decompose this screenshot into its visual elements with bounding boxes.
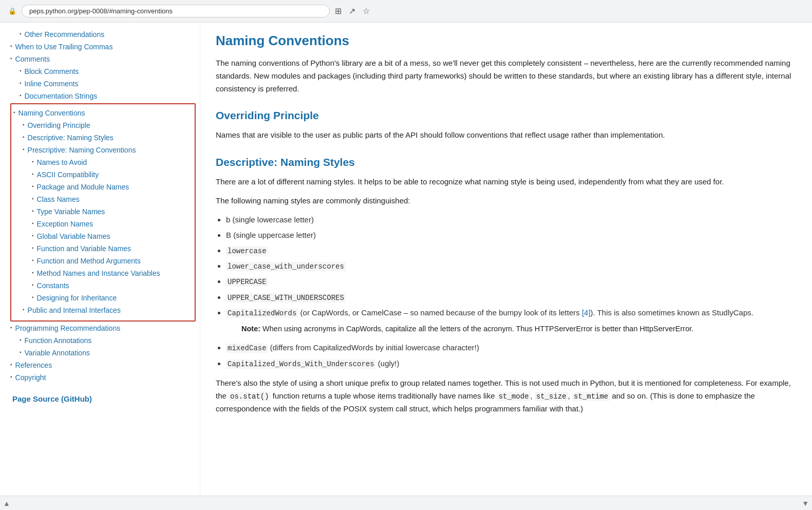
list-item: Names to Avoid (13, 157, 191, 168)
list-item: Type Variable Names (13, 206, 191, 217)
code-mixedcase: mixedCase (226, 344, 268, 353)
list-item-mixedcase: mixedCase (differs from CapitalizedWords… (226, 342, 791, 354)
main-layout: Other Recommendations When to Use Traili… (0, 23, 812, 496)
code-capwords-underscore: Capitalized_Words_With_Underscores (226, 360, 376, 369)
sidebar-link-programming-recommendations[interactable]: Programming Recommendations (15, 323, 121, 334)
sidebar-link-exception-names[interactable]: Exception Names (37, 219, 93, 230)
list-item: Exception Names (13, 219, 191, 230)
list-item-uppercase: UPPERCASE (226, 275, 791, 288)
code-uppercase: UPPERCASE (226, 277, 268, 287)
lock-icon: 🔒 (8, 7, 16, 15)
sidebar-link-function-variable-names[interactable]: Function and Variable Names (37, 243, 131, 254)
sidebar-link-variable-annotations[interactable]: Variable Annotations (25, 348, 90, 358)
list-item: References (10, 360, 200, 371)
url-bar[interactable]: peps.python.org/pep-0008/#naming-convent… (22, 5, 330, 17)
list-item: Comments (10, 54, 200, 65)
list-item: Public and Internal Interfaces (13, 305, 191, 316)
code-os-stat: os.stat() (229, 392, 271, 401)
list-item-upper-underscore: UPPER_CASE_WITH_UNDERSCORES (226, 291, 791, 304)
bottom-arrows-bar: ▲ ▼ (0, 496, 812, 510)
list-item: Method Names and Instance Variables (13, 268, 191, 279)
code-lowercase: lowercase (226, 247, 268, 256)
list-item: Global Variable Names (13, 231, 191, 242)
sidebar-link-naming-conventions[interactable]: Naming Conventions (18, 108, 85, 119)
sidebar-link-trailing-commas[interactable]: When to Use Trailing Commas (15, 42, 113, 52)
list-item: Function and Variable Names (13, 243, 191, 254)
sidebar-link-other-recommendations[interactable]: Other Recommendations (25, 29, 105, 40)
sidebar-link-overriding-principle[interactable]: Overriding Principle (28, 120, 90, 131)
main-heading: Naming Conventions (216, 33, 791, 49)
translate-icon[interactable]: ⊞ (335, 6, 342, 16)
browser-toolbar: ⊞ ↗ ☆ (335, 6, 370, 16)
sidebar-highlight-section: Naming Conventions Overriding Principle … (10, 103, 196, 322)
code-st-size: st_size (535, 392, 568, 401)
sidebar-link-descriptive-naming[interactable]: Descriptive: Naming Styles (28, 133, 114, 143)
sidebar-link-class-names[interactable]: Class Names (37, 194, 80, 205)
list-item: Programming Recommendations (10, 323, 200, 334)
sidebar-naming-conventions-item: Naming Conventions (13, 108, 191, 119)
list-item: Class Names (13, 194, 191, 205)
content-area: Naming Conventions The naming convention… (200, 23, 812, 496)
scroll-up-arrow[interactable]: ▲ (3, 499, 10, 507)
list-item: Block Comments (10, 66, 200, 77)
list-item-b-lower: b (single lowercase letter) (226, 214, 791, 226)
list-item: ASCII Compatibility (13, 169, 191, 180)
list-item-capwords: CapitalizedWords (or CapWords, or CamelC… (226, 307, 791, 335)
list-item: When to Use Trailing Commas (10, 42, 200, 52)
list-item: Package and Module Names (13, 182, 191, 193)
list-item: Function and Method Arguments (13, 256, 191, 267)
list-item-b-upper: B (single uppercase letter) (226, 229, 791, 241)
descriptive-naming-heading: Descriptive: Naming Styles (216, 156, 791, 168)
list-item: Copyright (10, 372, 200, 383)
sidebar-link-method-names-instance-vars[interactable]: Method Names and Instance Variables (37, 268, 160, 279)
sidebar-link-copyright[interactable]: Copyright (15, 372, 46, 383)
list-item: Prescriptive: Naming Conventions (13, 145, 191, 156)
trailing-text: There's also the style of using a short … (216, 377, 791, 415)
sidebar-link-function-annotations[interactable]: Function Annotations (25, 335, 92, 346)
list-item: Constants (13, 280, 191, 291)
list-item-lower-underscore: lower_case_with_underscores (226, 260, 791, 272)
capwords-note: Note: When using acronyms in CapWords, c… (241, 323, 791, 335)
list-item: Function Annotations (10, 335, 200, 346)
descriptive-naming-para2: The following naming styles are commonly… (216, 195, 791, 207)
intro-paragraph: The naming conventions of Python's libra… (216, 57, 791, 95)
sidebar-link-constants[interactable]: Constants (37, 280, 69, 291)
sidebar-link-global-variable-names[interactable]: Global Variable Names (37, 231, 110, 242)
sidebar-link-function-method-args[interactable]: Function and Method Arguments (37, 256, 141, 267)
code-lower-underscore: lower_case_with_underscores (226, 262, 346, 271)
list-item: Overriding Principle (13, 120, 191, 131)
sidebar-link-ascii-compat[interactable]: ASCII Compatibility (37, 169, 99, 180)
note-text: Note: When using acronyms in CapWords, c… (241, 323, 791, 335)
sidebar-link-designing-inheritance[interactable]: Designing for Inheritance (37, 293, 117, 304)
list-item: Documentation Strings (10, 91, 200, 102)
sidebar-link-inline-comments[interactable]: Inline Comments (25, 79, 79, 89)
list-item-lowercase: lowercase (226, 244, 791, 257)
page-source-section: Page Source (GitHub) (10, 393, 200, 405)
list-item: Variable Annotations (10, 348, 200, 358)
naming-styles-list: b (single lowercase letter) B (single up… (226, 214, 791, 370)
list-item: Other Recommendations (10, 29, 200, 40)
page-source-link[interactable]: Page Source (GitHub) (12, 394, 92, 403)
list-item: Inline Comments (10, 79, 200, 89)
ref-link-4[interactable]: [4] (582, 308, 591, 317)
scroll-down-arrow[interactable]: ▼ (802, 499, 809, 507)
bookmark-icon[interactable]: ☆ (363, 6, 370, 16)
sidebar-link-names-to-avoid[interactable]: Names to Avoid (37, 157, 87, 168)
code-st-mtime: st_mtime (572, 392, 610, 401)
sidebar-link-type-variable-names[interactable]: Type Variable Names (37, 206, 105, 217)
sidebar-link-block-comments[interactable]: Block Comments (25, 66, 79, 77)
descriptive-naming-para1: There are a lot of different naming styl… (216, 176, 791, 188)
sidebar-link-public-interfaces[interactable]: Public and Internal Interfaces (28, 305, 121, 316)
code-upper-underscore: UPPER_CASE_WITH_UNDERSCORES (226, 293, 346, 303)
sidebar: Other Recommendations When to Use Traili… (0, 23, 200, 496)
list-item-capwords-underscore: Capitalized_Words_With_Underscores (ugly… (226, 357, 791, 370)
sidebar-link-comments[interactable]: Comments (15, 54, 50, 65)
browser-bar: 🔒 peps.python.org/pep-0008/#naming-conve… (0, 0, 812, 23)
overriding-principle-text: Names that are visible to the user as pu… (216, 129, 791, 142)
sidebar-link-references[interactable]: References (15, 360, 52, 371)
sidebar-link-package-module-names[interactable]: Package and Module Names (37, 182, 129, 193)
list-item: Designing for Inheritance (13, 293, 191, 304)
sidebar-link-prescriptive-naming[interactable]: Prescriptive: Naming Conventions (28, 145, 136, 156)
sidebar-link-docstrings[interactable]: Documentation Strings (25, 91, 98, 102)
share-icon[interactable]: ↗ (349, 6, 355, 16)
